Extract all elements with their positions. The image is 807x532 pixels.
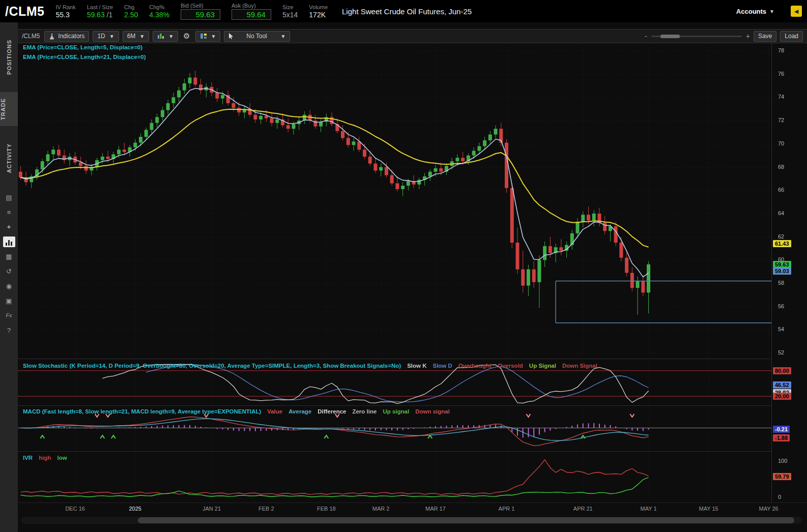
ivr-axis-min: 0 (778, 494, 781, 500)
zoom-in-icon[interactable]: + (746, 32, 750, 40)
time-tick: MAY 26 (759, 506, 779, 512)
ask-button[interactable]: 59.64 (232, 9, 271, 20)
left-sidebar: POSITIONS TRADE ACTIVITY ▤ ≡ ✦ ▦ ↺ ◉ ▣ F… (0, 22, 18, 532)
chevron-down-icon: ▼ (211, 34, 216, 39)
main-area: POSITIONS TRADE ACTIVITY ▤ ≡ ✦ ▦ ↺ ◉ ▣ F… (0, 22, 807, 532)
chg-field: Chg 2.50 (124, 4, 138, 19)
stoch-value-badge: 46.52 (773, 381, 791, 389)
sidebar-tab-positions[interactable]: POSITIONS (6, 34, 12, 81)
ask-field: Ask (Buy) 59.64 (232, 3, 271, 20)
size-label: Size (282, 4, 293, 10)
last-size-field: Last / Size 59.63 /1 (87, 4, 113, 19)
time-tick: MAR 2 (372, 506, 390, 512)
zoom-out-icon[interactable]: - (645, 32, 647, 40)
scan-icon[interactable]: ✦ (0, 220, 18, 234)
last-size-suffix: /1 (107, 11, 113, 19)
indicators-button[interactable]: Indicators (44, 31, 89, 42)
help-icon[interactable]: ? (0, 323, 18, 338)
time-tick: MAR 17 (425, 506, 446, 512)
size-value: 5x14 (282, 11, 298, 19)
save-button[interactable]: Save (754, 31, 776, 42)
chart-icon-glyph (3, 237, 15, 247)
chevron-down-icon: ▼ (769, 9, 774, 14)
scrollbar-thumb[interactable] (138, 517, 794, 523)
legend-down-signal: Down Signal (562, 363, 597, 369)
chevron-left-icon: ◀ (794, 8, 798, 15)
toolbar-symbol-label[interactable]: /CLM5 (22, 33, 40, 40)
timeframe-dropdown[interactable]: 1D ▼ (93, 31, 119, 42)
time-tick: DEC 16 (65, 506, 85, 512)
macd-value-badge: -0.21 (773, 426, 790, 433)
last-size-value: 59.63 /1 (87, 11, 113, 19)
iv-rank-value: 55.3 (56, 11, 70, 19)
candlestick-chart[interactable] (18, 43, 771, 503)
legend-ivr-low: low (57, 455, 67, 461)
chart-style-dropdown[interactable]: ▼ (195, 31, 221, 42)
load-button[interactable]: Load (780, 31, 803, 42)
formula-icon[interactable]: Fx (0, 308, 18, 323)
chart-icon[interactable] (0, 234, 18, 249)
chg-pct-field: Chg% 4.38% (149, 4, 169, 19)
macd-legend-title: MACD (Fast length=8, Slow length=21, MAC… (23, 408, 261, 415)
time-tick: FEB 2 (258, 506, 274, 512)
zoom-slider[interactable] (651, 36, 742, 37)
iv-rank-field: IV Rank 55.3 (56, 4, 76, 19)
chevron-down-icon: ▼ (139, 34, 145, 39)
macd-legend: MACD (Fast length=8, Slow length=21, MAC… (23, 408, 450, 415)
bid-button[interactable]: 59.63 (181, 9, 220, 20)
time-tick: 2025 (129, 506, 141, 512)
indicators-label: Indicators (58, 33, 84, 40)
legend-oversold: Oversold (498, 363, 523, 369)
chart-type-dropdown[interactable]: ▼ (153, 31, 178, 42)
chart-scrollbar[interactable] (21, 517, 802, 524)
accounts-label: Accounts (736, 8, 766, 15)
collapse-panel-button[interactable]: ◀ (791, 6, 802, 17)
time-axis[interactable]: DEC 162025JAN 21FEB 2FEB 18MAR 2MAR 17AP… (18, 503, 807, 515)
watchlist-icon[interactable]: ≡ (0, 205, 18, 220)
legend-ivr-high: high (39, 455, 51, 461)
sidebar-tab-activity[interactable]: ACTIVITY (6, 137, 12, 179)
calendar-icon[interactable]: ▤ (0, 190, 18, 205)
community-icon[interactable]: ◉ (0, 279, 18, 293)
range-dropdown[interactable]: 6M ▼ (123, 31, 150, 42)
products-icon[interactable]: ▣ (0, 293, 18, 308)
tool-value: No Tool (246, 33, 267, 40)
stoch-value-badge: 80.00 (773, 367, 791, 374)
ema5-legend: EMA (Price=CLOSE, Length=5, Displace=0) (23, 44, 146, 50)
timeframe-value: 1D (97, 33, 105, 40)
chg-pct-value: 4.38% (149, 11, 169, 19)
bid-label: Bid (Sell) (181, 3, 204, 9)
sidebar-tab-trade[interactable]: TRADE (0, 92, 18, 126)
time-tick: APR 21 (573, 506, 593, 512)
price-tick: 76 (778, 71, 784, 77)
time-tick: FEB 18 (317, 506, 336, 512)
stochastic-legend-title: Slow Stochastic (K Period=14, D Period=9… (23, 363, 401, 369)
ivr-legend: IVR high low (23, 455, 67, 461)
chart-settings-button[interactable]: ⚙ (182, 31, 191, 42)
symbol-title[interactable]: /CLM5 (5, 4, 45, 19)
chg-label: Chg (124, 4, 134, 10)
ema-legend: EMA (Price=CLOSE, Length=5, Displace=0) … (23, 44, 146, 60)
price-axis[interactable]: 787674727068666462605856545261.4359.6359… (771, 43, 807, 503)
time-tick: MAY 1 (641, 506, 657, 512)
price-tick: 58 (778, 280, 784, 286)
legend-macd-up-signal: Up signal (383, 408, 409, 415)
contract-description: Light Sweet Crude Oil Futures, Jun-25 (342, 7, 472, 16)
ivr-axis-max: 100 (778, 458, 787, 464)
price-tick: 68 (778, 164, 784, 170)
ask-label: Ask (Buy) (232, 3, 256, 9)
ema5-value-badge: 59.03 (773, 268, 791, 275)
history-icon[interactable]: ↺ (0, 264, 18, 279)
ema21-legend: EMA (Price=CLOSE, Length=21, Displace=0) (23, 54, 146, 60)
price-tick: 74 (778, 94, 784, 100)
volume-value: 172K (309, 11, 326, 19)
chevron-down-icon: ▼ (109, 34, 114, 39)
legend-macd-average: Average (289, 408, 311, 415)
grid-icon[interactable]: ▦ (0, 249, 18, 264)
accounts-dropdown[interactable]: Accounts ▼ (736, 8, 774, 15)
zoom-slider-thumb[interactable] (660, 35, 680, 38)
ema21-value-badge: 61.43 (773, 240, 791, 247)
drawing-tool-dropdown[interactable]: No Tool ▼ (224, 31, 290, 42)
price-tick: 54 (778, 326, 784, 332)
size-field: Size 5x14 (282, 4, 298, 19)
